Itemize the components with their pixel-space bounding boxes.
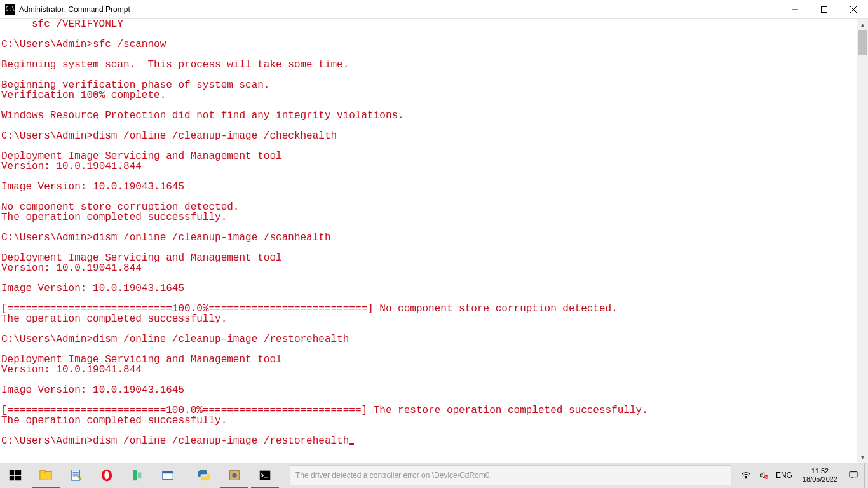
clock-time: 11:52 <box>803 467 837 475</box>
volume-muted-icon[interactable] <box>758 470 770 481</box>
terminal-line: The operation completed successfully. <box>1 416 857 426</box>
terminal-line <box>1 172 857 182</box>
terminal-line <box>1 222 857 233</box>
scroll-down-button[interactable]: ▾ <box>857 452 868 463</box>
taskbar-app-command-prompt[interactable] <box>250 463 280 488</box>
taskbar-app-settings[interactable] <box>219 463 250 488</box>
terminal-output[interactable]: sfc /VERIFYONLY C:\Users\Admin>sfc /scan… <box>0 19 857 463</box>
terminal-line <box>1 70 857 80</box>
start-button[interactable] <box>0 463 31 488</box>
terminal-line <box>1 294 857 304</box>
terminal-line <box>1 29 857 39</box>
titlebar[interactable]: C:\ Administrator: Command Prompt <box>0 0 868 19</box>
terminal-line: No component store corruption detected. <box>1 202 857 212</box>
svg-point-17 <box>745 477 747 478</box>
terminal-line: Deployment Image Servicing and Managemen… <box>1 355 857 365</box>
svg-rect-6 <box>40 471 45 473</box>
taskbar-app-opera[interactable] <box>92 463 122 488</box>
taskbar-app-generic-window[interactable] <box>153 463 183 488</box>
terminal-line: C:\Users\Admin>sfc /scannow <box>1 39 857 50</box>
minimize-button[interactable] <box>780 0 810 19</box>
terminal-line: The operation completed successfully. <box>1 314 857 324</box>
terminal-line <box>1 100 857 111</box>
terminal-line: Image Version: 10.0.19043.1645 <box>1 283 857 294</box>
taskbar-notification-area: The driver detected a controller error o… <box>286 463 735 488</box>
terminal-line: C:\Users\Admin>dism /online /cleanup-ima… <box>1 131 857 141</box>
terminal-line <box>1 395 857 405</box>
clock-date: 18/05/2022 <box>803 475 837 484</box>
close-button[interactable] <box>839 0 868 19</box>
svg-rect-10 <box>133 470 137 481</box>
svg-rect-13 <box>163 471 173 474</box>
terminal-line <box>1 50 857 60</box>
taskbar-app-file-explorer[interactable] <box>31 463 61 488</box>
terminal-line: Beginning verification phase of system s… <box>1 80 857 90</box>
wifi-icon[interactable] <box>740 470 752 481</box>
svg-rect-19 <box>850 472 857 477</box>
svg-rect-0 <box>822 6 827 12</box>
terminal-line <box>1 324 857 334</box>
notification-message[interactable]: The driver detected a controller error o… <box>290 465 731 485</box>
terminal-line <box>1 121 857 131</box>
svg-point-9 <box>104 471 109 480</box>
command-prompt-window: C:\ Administrator: Command Prompt sfc /V… <box>0 0 868 463</box>
system-tray: ENG 11:52 18/05/2022 <box>735 463 864 488</box>
svg-rect-3 <box>10 476 14 480</box>
action-center-icon[interactable] <box>848 470 859 481</box>
terminal-line: Deployment Image Servicing and Managemen… <box>1 253 857 263</box>
scroll-up-button[interactable]: ▴ <box>857 19 868 30</box>
terminal-line <box>1 344 857 355</box>
terminal-current-line[interactable]: C:\Users\Admin>dism /online /cleanup-ima… <box>1 436 857 446</box>
vertical-scrollbar[interactable]: ▴ ▾ <box>857 19 868 463</box>
terminal-line: C:\Users\Admin>dism /online /cleanup-ima… <box>1 233 857 243</box>
terminal-line: Version: 10.0.19041.844 <box>1 263 857 273</box>
taskbar: The driver detected a controller error o… <box>0 463 868 488</box>
svg-rect-11 <box>138 472 142 478</box>
maximize-button[interactable] <box>810 0 839 19</box>
terminal-line <box>1 141 857 151</box>
svg-rect-2 <box>15 470 21 475</box>
terminal-line: The operation completed successfully. <box>1 212 857 222</box>
terminal-line: Version: 10.0.19041.844 <box>1 365 857 375</box>
app-icon: C:\ <box>5 4 15 15</box>
terminal-line: Version: 10.0.19041.844 <box>1 161 857 172</box>
language-indicator[interactable]: ENG <box>776 471 792 480</box>
terminal-line <box>1 273 857 283</box>
svg-rect-7 <box>72 470 80 481</box>
taskbar-app-python[interactable] <box>189 463 219 488</box>
terminal-line: sfc /VERIFYONLY <box>1 19 857 29</box>
taskbar-app-planner[interactable] <box>122 463 153 488</box>
terminal-line <box>1 192 857 202</box>
show-desktop-button[interactable] <box>864 463 868 488</box>
terminal-cursor <box>349 443 354 445</box>
terminal-line: Deployment Image Servicing and Managemen… <box>1 151 857 161</box>
terminal-line: [==========================100.0%=======… <box>1 405 857 416</box>
terminal-line: Windows Resource Protection did not find… <box>1 111 857 121</box>
terminal-line: [===========================100.0%======… <box>1 304 857 314</box>
terminal-line: Image Version: 10.0.19043.1645 <box>1 182 857 192</box>
svg-rect-16 <box>260 471 271 480</box>
taskbar-clock[interactable]: 11:52 18/05/2022 <box>799 467 841 484</box>
scroll-track[interactable] <box>857 30 868 452</box>
terminal-line: C:\Users\Admin>dism /online /cleanup-ima… <box>1 334 857 344</box>
terminal-line <box>1 243 857 253</box>
terminal-line: Beginning system scan. This process will… <box>1 60 857 70</box>
terminal-line: Image Version: 10.0.19043.1645 <box>1 385 857 395</box>
terminal-line <box>1 426 857 436</box>
terminal-line: Verification 100% complete. <box>1 90 857 100</box>
svg-point-15 <box>232 473 236 477</box>
svg-rect-4 <box>15 476 21 480</box>
terminal-line <box>1 375 857 385</box>
taskbar-app-notepad[interactable] <box>61 463 92 488</box>
scroll-thumb[interactable] <box>858 30 867 55</box>
svg-rect-1 <box>10 470 14 475</box>
window-title: Administrator: Command Prompt <box>19 5 130 14</box>
